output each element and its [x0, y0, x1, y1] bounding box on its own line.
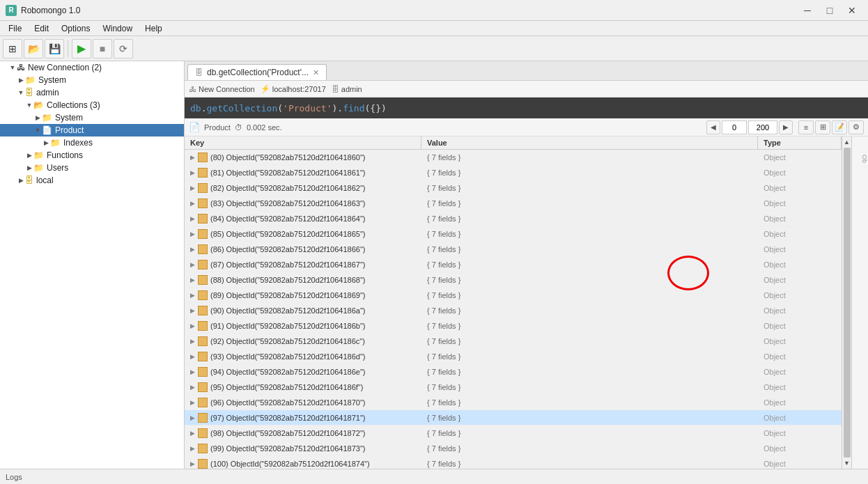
scroll-down-arrow[interactable]: ▼: [843, 459, 851, 467]
text-view-button[interactable]: 📝: [832, 120, 847, 134]
table-row[interactable]: ▶ (98) ObjectId("592082ab75120d2f1064187…: [185, 426, 842, 441]
table-row[interactable]: ▶ (93) ObjectId("592082ab75120d2f1064186…: [185, 349, 842, 364]
expand-arrow[interactable]: ▶: [190, 414, 195, 421]
page-number-input[interactable]: [722, 120, 747, 134]
table-row[interactable]: ▶ (82) ObjectId("592082ab75120d2f1064186…: [185, 180, 842, 196]
expand-arrow[interactable]: ▶: [17, 76, 25, 84]
expand-arrow[interactable]: ▶: [190, 200, 195, 207]
tree-view-button[interactable]: ≡: [798, 120, 814, 134]
sidebar-item-local[interactable]: ▶ 🗄 local: [0, 174, 184, 187]
table-row[interactable]: ▶ (90) ObjectId("592082ab75120d2f1064186…: [185, 303, 842, 318]
expand-arrow[interactable]: ▶: [190, 169, 195, 176]
table-row[interactable]: ▶ (97) ObjectId("592082ab75120d2f1064187…: [185, 410, 842, 426]
key-cell: ▶ (97) ObjectId("592082ab75120d2f1064187…: [185, 412, 421, 424]
product-label: Product: [55, 125, 84, 135]
functions-label: Functions: [47, 150, 83, 160]
expand-arrow[interactable]: ▶: [190, 368, 195, 375]
maximize-button[interactable]: □: [819, 3, 840, 17]
expand-arrow[interactable]: ▶: [25, 164, 33, 172]
expand-arrow[interactable]: ▶: [190, 399, 195, 406]
table-row[interactable]: ▶ (87) ObjectId("592082ab75120d2f1064186…: [185, 257, 842, 272]
sidebar-item-indexes[interactable]: ▶ 📁 Indexes: [0, 136, 184, 149]
sidebar-item-users[interactable]: ▶ 📁 Users: [0, 162, 184, 174]
expand-arrow[interactable]: ▶: [25, 151, 33, 159]
expand-arrow[interactable]: ▼: [33, 126, 42, 134]
table-row[interactable]: ▶ (95) ObjectId("592082ab75120d2f1064186…: [185, 380, 842, 395]
expand-arrow[interactable]: ▶: [33, 114, 42, 122]
sidebar-item-system[interactable]: ▶ 📁 System: [0, 74, 184, 86]
expand-arrow[interactable]: ▶: [190, 445, 195, 452]
close-button[interactable]: ✕: [842, 3, 862, 17]
table-row[interactable]: ▶ (83) ObjectId("592082ab75120d2f1064186…: [185, 196, 842, 211]
expand-arrow[interactable]: ▶: [190, 430, 195, 437]
sidebar-item-collections[interactable]: ▼ 📂 Collections (3): [0, 99, 184, 111]
toolbar-refresh-button[interactable]: ⟳: [114, 39, 133, 58]
toolbar-stop-button[interactable]: ■: [93, 39, 112, 58]
table-row[interactable]: ▶ (91) ObjectId("592082ab75120d2f1064186…: [185, 318, 842, 334]
expand-arrow[interactable]: ▶: [190, 154, 195, 161]
table-row[interactable]: ▶ (85) ObjectId("592082ab75120d2f1064186…: [185, 226, 842, 242]
value-header: Value: [421, 136, 758, 149]
sidebar-item-system-collection[interactable]: ▶ 📁 System: [0, 111, 184, 124]
next-page-button[interactable]: ▶: [779, 120, 793, 134]
table-row[interactable]: ▶ (86) ObjectId("592082ab75120d2f1064186…: [185, 242, 842, 257]
menu-window[interactable]: Window: [97, 22, 138, 35]
sidebar-item-product[interactable]: ▼ 📄 Product: [0, 124, 184, 136]
table-row[interactable]: ▶ (89) ObjectId("592082ab75120d2f1064186…: [185, 288, 842, 303]
sidebar-item-new-connection[interactable]: ▼ 🖧 New Connection (2): [0, 61, 184, 74]
expand-arrow[interactable]: ▶: [190, 353, 195, 360]
type-cell: Object: [758, 290, 842, 301]
table-row[interactable]: ▶ (88) ObjectId("592082ab75120d2f1064186…: [185, 272, 842, 288]
table-row[interactable]: ▶ (80) ObjectId("592082ab75120d2f1064186…: [185, 150, 842, 165]
prev-page-button[interactable]: ◀: [706, 120, 720, 134]
expand-arrow[interactable]: ▶: [190, 246, 195, 253]
scrollbar-thumb[interactable]: [844, 148, 851, 458]
expand-arrow[interactable]: ▶: [190, 322, 195, 329]
toolbar-connect-button[interactable]: ⊞: [3, 39, 22, 58]
minimize-button[interactable]: ─: [797, 3, 818, 17]
expand-arrow[interactable]: ▶: [190, 384, 195, 391]
custom-view-button[interactable]: ⚙: [848, 120, 864, 134]
table-row[interactable]: ▶ (96) ObjectId("592082ab75120d2f1064187…: [185, 395, 842, 410]
page-size-input[interactable]: [748, 120, 777, 134]
extra-column: Ob: [851, 136, 868, 469]
menu-edit[interactable]: Edit: [29, 22, 54, 35]
expand-arrow[interactable]: ▶: [190, 307, 195, 314]
sidebar-item-admin[interactable]: ▼ 🗄 admin: [0, 86, 184, 99]
toolbar-open-button[interactable]: 📂: [24, 39, 43, 58]
menu-options[interactable]: Options: [56, 22, 95, 35]
table-row[interactable]: ▶ (100) ObjectId("592082ab75120d2f106418…: [185, 456, 842, 469]
expand-arrow[interactable]: ▼: [8, 63, 17, 72]
toolbar-save-button[interactable]: 💾: [45, 39, 64, 58]
sidebar-item-functions[interactable]: ▶ 📁 Functions: [0, 149, 184, 162]
expand-arrow[interactable]: ▼: [17, 88, 25, 97]
table-row[interactable]: ▶ (81) ObjectId("592082ab75120d2f1064186…: [185, 165, 842, 180]
table-row[interactable]: ▶ (94) ObjectId("592082ab75120d2f1064186…: [185, 364, 842, 380]
expand-arrow[interactable]: ▶: [190, 460, 195, 467]
expand-arrow[interactable]: ▶: [190, 231, 195, 237]
scroll-up-arrow[interactable]: ▲: [843, 138, 851, 146]
menu-help[interactable]: Help: [139, 22, 168, 35]
scrollbar[interactable]: ▲ ▼: [842, 136, 851, 469]
expand-arrow[interactable]: ▶: [190, 276, 195, 283]
expand-arrow[interactable]: ▶: [190, 261, 195, 268]
menu-file[interactable]: File: [3, 22, 27, 35]
expand-arrow[interactable]: ▶: [190, 338, 195, 345]
key-cell: ▶ (80) ObjectId("592082ab75120d2f1064186…: [185, 151, 421, 164]
expand-arrow[interactable]: ▶: [190, 185, 195, 192]
expand-arrow[interactable]: ▶: [42, 139, 50, 147]
tab-close-button[interactable]: ✕: [313, 68, 319, 77]
expand-arrow[interactable]: ▶: [190, 215, 195, 222]
type-cell: Object: [758, 351, 842, 362]
expand-arrow[interactable]: ▶: [17, 176, 25, 185]
toolbar-run-button[interactable]: ▶: [72, 39, 91, 58]
table-row[interactable]: ▶ (84) ObjectId("592082ab75120d2f1064186…: [185, 211, 842, 226]
table-row[interactable]: ▶ (99) ObjectId("592082ab75120d2f1064187…: [185, 441, 842, 456]
expand-arrow[interactable]: ▶: [190, 292, 195, 299]
table-row[interactable]: ▶ (92) ObjectId("592082ab75120d2f1064186…: [185, 334, 842, 349]
results-table[interactable]: Key Value Type ▶ (80) ObjectId("592082ab…: [185, 136, 842, 469]
key-value: (84) ObjectId("592082ab75120d2f10641864"…: [210, 214, 365, 223]
expand-arrow[interactable]: ▼: [25, 101, 33, 109]
tab-product-query[interactable]: 🗄 db.getCollection('Product'... ✕: [187, 64, 327, 80]
table-view-button[interactable]: ⊞: [815, 120, 830, 134]
